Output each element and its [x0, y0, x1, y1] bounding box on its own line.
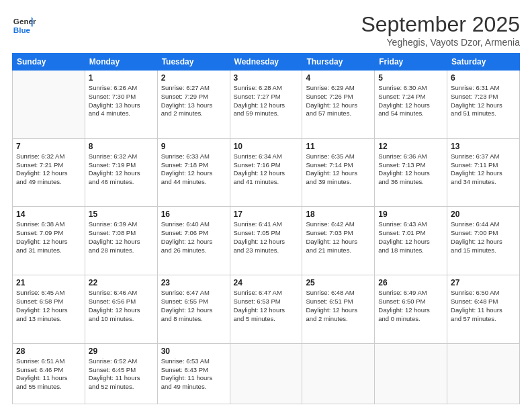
day-info: Sunrise: 6:36 AM Sunset: 7:13 PM Dayligh…	[378, 152, 443, 187]
day-number: 16	[161, 210, 226, 219]
day-number: 4	[306, 73, 371, 83]
calendar-cell	[375, 343, 447, 404]
day-number: 22	[89, 278, 154, 287]
calendar-cell: 18Sunrise: 6:42 AM Sunset: 7:03 PM Dayli…	[302, 207, 375, 275]
day-info: Sunrise: 6:47 AM Sunset: 6:53 PM Dayligh…	[234, 289, 299, 323]
page: General Blue September 2025 Yeghegis, Va…	[0, 0, 532, 411]
day-info: Sunrise: 6:45 AM Sunset: 6:58 PM Dayligh…	[16, 289, 81, 323]
day-number: 27	[451, 278, 516, 287]
calendar-cell	[230, 343, 302, 404]
weekday-header-saturday: Saturday	[447, 54, 520, 71]
day-number: 3	[234, 73, 299, 83]
week-row-1: 1Sunrise: 6:26 AM Sunset: 7:30 PM Daylig…	[13, 71, 520, 139]
day-info: Sunrise: 6:30 AM Sunset: 7:24 PM Dayligh…	[378, 84, 443, 118]
calendar-cell: 16Sunrise: 6:40 AM Sunset: 7:06 PM Dayli…	[157, 207, 230, 275]
day-info: Sunrise: 6:41 AM Sunset: 7:05 PM Dayligh…	[234, 220, 299, 255]
calendar-cell: 22Sunrise: 6:46 AM Sunset: 6:56 PM Dayli…	[85, 275, 157, 344]
day-number: 7	[16, 142, 81, 151]
week-row-5: 28Sunrise: 6:51 AM Sunset: 6:46 PM Dayli…	[13, 343, 520, 404]
day-number: 11	[306, 142, 371, 151]
day-info: Sunrise: 6:46 AM Sunset: 6:56 PM Dayligh…	[89, 289, 154, 323]
calendar-cell: 26Sunrise: 6:49 AM Sunset: 6:50 PM Dayli…	[375, 275, 447, 344]
day-info: Sunrise: 6:47 AM Sunset: 6:55 PM Dayligh…	[161, 289, 226, 323]
day-info: Sunrise: 6:27 AM Sunset: 7:29 PM Dayligh…	[161, 84, 226, 118]
logo: General Blue	[12, 12, 36, 36]
calendar-cell: 13Sunrise: 6:37 AM Sunset: 7:11 PM Dayli…	[447, 138, 520, 207]
day-info: Sunrise: 6:39 AM Sunset: 7:08 PM Dayligh…	[89, 220, 154, 255]
calendar-cell: 15Sunrise: 6:39 AM Sunset: 7:08 PM Dayli…	[85, 207, 157, 275]
day-info: Sunrise: 6:31 AM Sunset: 7:23 PM Dayligh…	[451, 84, 516, 118]
calendar-cell	[302, 343, 375, 404]
day-info: Sunrise: 6:32 AM Sunset: 7:21 PM Dayligh…	[16, 152, 81, 187]
day-info: Sunrise: 6:42 AM Sunset: 7:03 PM Dayligh…	[306, 220, 371, 255]
calendar-cell: 27Sunrise: 6:50 AM Sunset: 6:48 PM Dayli…	[447, 275, 520, 344]
day-number: 6	[451, 73, 516, 83]
calendar-cell: 17Sunrise: 6:41 AM Sunset: 7:05 PM Dayli…	[230, 207, 302, 275]
calendar-cell: 2Sunrise: 6:27 AM Sunset: 7:29 PM Daylig…	[157, 71, 230, 139]
calendar-cell: 9Sunrise: 6:33 AM Sunset: 7:18 PM Daylig…	[157, 138, 230, 207]
calendar-cell: 8Sunrise: 6:32 AM Sunset: 7:19 PM Daylig…	[85, 138, 157, 207]
calendar-cell	[447, 343, 520, 404]
calendar-cell: 3Sunrise: 6:28 AM Sunset: 7:27 PM Daylig…	[230, 71, 302, 139]
day-number: 1	[89, 73, 154, 83]
calendar-cell: 24Sunrise: 6:47 AM Sunset: 6:53 PM Dayli…	[230, 275, 302, 344]
day-number: 26	[378, 278, 443, 287]
day-info: Sunrise: 6:48 AM Sunset: 6:51 PM Dayligh…	[306, 289, 371, 323]
day-info: Sunrise: 6:40 AM Sunset: 7:06 PM Dayligh…	[161, 220, 226, 255]
calendar-cell: 7Sunrise: 6:32 AM Sunset: 7:21 PM Daylig…	[13, 138, 85, 207]
calendar-cell: 14Sunrise: 6:38 AM Sunset: 7:09 PM Dayli…	[13, 207, 85, 275]
day-number: 23	[161, 278, 226, 287]
calendar-cell: 29Sunrise: 6:52 AM Sunset: 6:45 PM Dayli…	[85, 343, 157, 404]
day-number: 20	[451, 210, 516, 219]
day-info: Sunrise: 6:29 AM Sunset: 7:26 PM Dayligh…	[306, 84, 371, 118]
day-number: 12	[378, 142, 443, 151]
weekday-header-wednesday: Wednesday	[230, 54, 302, 71]
header: General Blue September 2025 Yeghegis, Va…	[12, 12, 520, 48]
calendar-cell	[13, 71, 85, 139]
day-info: Sunrise: 6:44 AM Sunset: 7:00 PM Dayligh…	[451, 220, 516, 255]
day-number: 25	[306, 278, 371, 287]
calendar-cell: 6Sunrise: 6:31 AM Sunset: 7:23 PM Daylig…	[447, 71, 520, 139]
day-info: Sunrise: 6:35 AM Sunset: 7:14 PM Dayligh…	[306, 152, 371, 187]
day-info: Sunrise: 6:33 AM Sunset: 7:18 PM Dayligh…	[161, 152, 226, 187]
calendar-cell: 1Sunrise: 6:26 AM Sunset: 7:30 PM Daylig…	[85, 71, 157, 139]
day-info: Sunrise: 6:49 AM Sunset: 6:50 PM Dayligh…	[378, 289, 443, 323]
day-info: Sunrise: 6:26 AM Sunset: 7:30 PM Dayligh…	[89, 84, 154, 118]
calendar-cell: 11Sunrise: 6:35 AM Sunset: 7:14 PM Dayli…	[302, 138, 375, 207]
day-number: 9	[161, 142, 226, 151]
weekday-header-monday: Monday	[85, 54, 157, 71]
day-info: Sunrise: 6:34 AM Sunset: 7:16 PM Dayligh…	[234, 152, 299, 187]
weekday-header-sunday: Sunday	[13, 54, 85, 71]
day-number: 30	[161, 347, 226, 356]
svg-text:General: General	[13, 17, 36, 26]
calendar-cell: 19Sunrise: 6:43 AM Sunset: 7:01 PM Dayli…	[375, 207, 447, 275]
week-row-3: 14Sunrise: 6:38 AM Sunset: 7:09 PM Dayli…	[13, 207, 520, 275]
day-info: Sunrise: 6:43 AM Sunset: 7:01 PM Dayligh…	[378, 220, 443, 255]
calendar-cell: 30Sunrise: 6:53 AM Sunset: 6:43 PM Dayli…	[157, 343, 230, 404]
weekday-header-row: SundayMondayTuesdayWednesdayThursdayFrid…	[13, 54, 520, 71]
day-info: Sunrise: 6:51 AM Sunset: 6:46 PM Dayligh…	[16, 357, 81, 392]
day-number: 17	[234, 210, 299, 219]
day-number: 13	[451, 142, 516, 151]
location-title: Yeghegis, Vayots Dzor, Armenia	[361, 37, 520, 48]
day-number: 28	[16, 347, 81, 356]
day-number: 15	[89, 210, 154, 219]
day-info: Sunrise: 6:50 AM Sunset: 6:48 PM Dayligh…	[451, 289, 516, 323]
calendar-cell: 20Sunrise: 6:44 AM Sunset: 7:00 PM Dayli…	[447, 207, 520, 275]
calendar-cell: 21Sunrise: 6:45 AM Sunset: 6:58 PM Dayli…	[13, 275, 85, 344]
logo-icon: General Blue	[12, 12, 36, 36]
calendar-cell: 25Sunrise: 6:48 AM Sunset: 6:51 PM Dayli…	[302, 275, 375, 344]
calendar-cell: 28Sunrise: 6:51 AM Sunset: 6:46 PM Dayli…	[13, 343, 85, 404]
calendar: SundayMondayTuesdayWednesdayThursdayFrid…	[12, 53, 520, 404]
calendar-cell: 23Sunrise: 6:47 AM Sunset: 6:55 PM Dayli…	[157, 275, 230, 344]
weekday-header-tuesday: Tuesday	[157, 54, 230, 71]
day-number: 14	[16, 210, 81, 219]
title-block: September 2025 Yeghegis, Vayots Dzor, Ar…	[361, 12, 520, 48]
weekday-header-thursday: Thursday	[302, 54, 375, 71]
day-info: Sunrise: 6:53 AM Sunset: 6:43 PM Dayligh…	[161, 357, 226, 392]
day-number: 2	[161, 73, 226, 83]
day-number: 8	[89, 142, 154, 151]
calendar-cell: 12Sunrise: 6:36 AM Sunset: 7:13 PM Dayli…	[375, 138, 447, 207]
day-info: Sunrise: 6:32 AM Sunset: 7:19 PM Dayligh…	[89, 152, 154, 187]
month-title: September 2025	[361, 12, 520, 37]
